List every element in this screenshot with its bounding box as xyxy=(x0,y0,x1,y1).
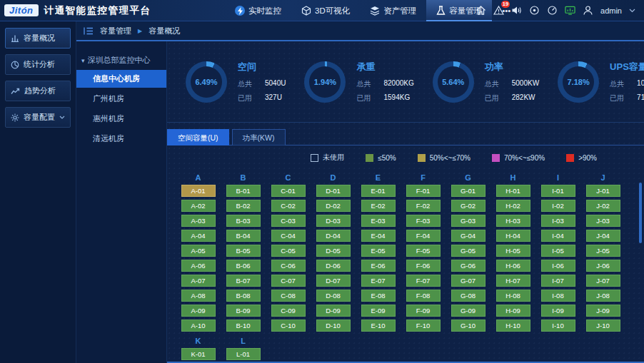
monitor-icon[interactable] xyxy=(565,5,575,16)
nav-item-realtime-monitor[interactable]: 实时监控 xyxy=(225,0,291,21)
vertical-scrollbar[interactable] xyxy=(639,183,642,243)
tree-item-info-center-room[interactable]: 信息中心机房 xyxy=(76,70,166,88)
rack-cell-D-02[interactable]: D-02 xyxy=(316,200,351,212)
rack-cell-J-08[interactable]: J-08 xyxy=(586,290,620,302)
tab-power[interactable]: 功率(KW) xyxy=(232,129,286,145)
rack-cell-F-05[interactable]: F-05 xyxy=(406,245,441,257)
rack-cell-A-09[interactable]: A-09 xyxy=(181,305,216,317)
rack-cell-A-03[interactable]: A-03 xyxy=(181,215,216,227)
sidebar-item-capacity-overview[interactable]: 容量概况 xyxy=(5,28,71,48)
rack-cell-D-06[interactable]: D-06 xyxy=(316,260,351,272)
rack-cell-G-10[interactable]: G-10 xyxy=(451,319,485,332)
rack-cell-E-09[interactable]: E-09 xyxy=(361,305,396,317)
rack-cell-C-08[interactable]: C-08 xyxy=(271,290,306,302)
rack-cell-J-10[interactable]: J-10 xyxy=(586,319,620,332)
rack-cell-G-06[interactable]: G-06 xyxy=(451,260,485,272)
rack-cell-A-10[interactable]: A-10 xyxy=(181,319,216,332)
tree-root-monitor-center[interactable]: ▾ 深圳总部监控中心 xyxy=(76,53,166,68)
rack-cell-D-07[interactable]: D-07 xyxy=(316,275,351,287)
rack-cell-I-02[interactable]: I-02 xyxy=(541,200,575,212)
rack-cell-J-03[interactable]: J-03 xyxy=(586,215,620,227)
rack-cell-B-06[interactable]: B-06 xyxy=(226,260,261,272)
rack-cell-G-08[interactable]: G-08 xyxy=(451,290,485,302)
sidebar-item-trend-analysis[interactable]: 趋势分析 xyxy=(5,81,71,101)
rack-cell-H-09[interactable]: H-09 xyxy=(496,305,530,317)
sidebar-item-statistics-analysis[interactable]: 统计分析 xyxy=(5,54,71,75)
rack-cell-H-04[interactable]: H-04 xyxy=(496,230,530,242)
rack-cell-C-09[interactable]: C-09 xyxy=(271,305,306,317)
rack-cell-B-04[interactable]: B-04 xyxy=(226,230,261,242)
rack-cell-E-04[interactable]: E-04 xyxy=(361,230,396,242)
rack-cell-B-09[interactable]: B-09 xyxy=(226,305,261,317)
rack-cell-D-03[interactable]: D-03 xyxy=(316,215,351,227)
breadcrumb-current[interactable]: 容量概况 xyxy=(149,26,180,36)
rack-cell-G-01[interactable]: G-01 xyxy=(451,185,485,197)
rack-cell-G-03[interactable]: G-03 xyxy=(451,215,485,227)
rack-cell-I-08[interactable]: I-08 xyxy=(541,290,575,302)
rack-cell-G-09[interactable]: G-09 xyxy=(451,305,485,317)
gauge-icon[interactable] xyxy=(547,5,558,16)
rack-cell-B-01[interactable]: B-01 xyxy=(226,185,261,197)
rack-cell-J-01[interactable]: J-01 xyxy=(586,185,620,197)
rack-cell-H-03[interactable]: H-03 xyxy=(496,215,530,227)
alarm-icon[interactable]: 19 xyxy=(493,5,504,16)
rack-cell-D-09[interactable]: D-09 xyxy=(316,305,351,317)
rack-cell-C-03[interactable]: C-03 xyxy=(271,215,306,227)
rack-cell-B-07[interactable]: B-07 xyxy=(226,275,261,287)
rack-cell-B-02[interactable]: B-02 xyxy=(226,200,261,212)
collapse-menu-icon[interactable] xyxy=(84,27,94,35)
rack-cell-G-05[interactable]: G-05 xyxy=(451,245,485,257)
rack-cell-F-08[interactable]: F-08 xyxy=(406,290,441,302)
home-icon[interactable] xyxy=(476,5,486,16)
rack-cell-B-03[interactable]: B-03 xyxy=(226,215,261,227)
sidebar-item-capacity-config[interactable]: 容量配置 xyxy=(5,107,71,128)
rack-cell-C-02[interactable]: C-02 xyxy=(271,200,306,212)
rack-cell-K-01[interactable]: K-01 xyxy=(181,348,216,360)
rack-cell-F-09[interactable]: F-09 xyxy=(406,305,441,317)
rack-cell-F-01[interactable]: F-01 xyxy=(406,185,441,197)
target-icon[interactable] xyxy=(529,5,540,16)
rack-cell-H-07[interactable]: H-07 xyxy=(496,275,530,287)
rack-cell-I-06[interactable]: I-06 xyxy=(541,260,575,272)
chevron-down-icon[interactable] xyxy=(629,9,635,13)
rack-cell-D-10[interactable]: D-10 xyxy=(316,319,351,332)
rack-cell-I-03[interactable]: I-03 xyxy=(541,215,575,227)
rack-cell-I-05[interactable]: I-05 xyxy=(541,245,575,257)
rack-cell-A-02[interactable]: A-02 xyxy=(181,200,216,212)
rack-cell-G-02[interactable]: G-02 xyxy=(451,200,485,212)
rack-cell-J-04[interactable]: J-04 xyxy=(586,230,620,242)
rack-cell-E-05[interactable]: E-05 xyxy=(361,245,396,257)
nav-item-asset-management[interactable]: 资产管理 xyxy=(360,0,426,21)
nav-item-3d-visualization[interactable]: 3D可视化 xyxy=(291,0,360,21)
rack-cell-I-04[interactable]: I-04 xyxy=(541,230,575,242)
rack-cell-B-05[interactable]: B-05 xyxy=(226,245,261,257)
rack-cell-A-06[interactable]: A-06 xyxy=(181,260,216,272)
rack-cell-H-10[interactable]: H-10 xyxy=(496,319,530,332)
rack-cell-J-05[interactable]: J-05 xyxy=(586,245,620,257)
rack-cell-H-06[interactable]: H-06 xyxy=(496,260,530,272)
tab-space-capacity[interactable]: 空间容量(U) xyxy=(167,129,229,145)
tree-item-huizhou-room[interactable]: 惠州机房 xyxy=(76,110,166,128)
rack-cell-E-10[interactable]: E-10 xyxy=(361,319,396,332)
rack-cell-I-07[interactable]: I-07 xyxy=(541,275,575,287)
rack-cell-B-10[interactable]: B-10 xyxy=(226,319,261,332)
rack-cell-A-01[interactable]: A-01 xyxy=(181,185,216,197)
rack-cell-L-01[interactable]: L-01 xyxy=(226,348,261,360)
rack-cell-H-01[interactable]: H-01 xyxy=(496,185,530,197)
rack-cell-A-08[interactable]: A-08 xyxy=(181,290,216,302)
user-icon[interactable] xyxy=(583,5,593,16)
rack-cell-D-01[interactable]: D-01 xyxy=(316,185,351,197)
rack-cell-E-06[interactable]: E-06 xyxy=(361,260,396,272)
rack-cell-E-07[interactable]: E-07 xyxy=(361,275,396,287)
rack-cell-A-04[interactable]: A-04 xyxy=(181,230,216,242)
rack-cell-G-07[interactable]: G-07 xyxy=(451,275,485,287)
breadcrumb-parent[interactable]: 容量管理 xyxy=(100,26,131,36)
rack-cell-A-05[interactable]: A-05 xyxy=(181,245,216,257)
rack-cell-C-07[interactable]: C-07 xyxy=(271,275,306,287)
rack-cell-C-10[interactable]: C-10 xyxy=(271,319,306,332)
rack-cell-I-10[interactable]: I-10 xyxy=(541,319,575,332)
rack-cell-F-07[interactable]: F-07 xyxy=(406,275,441,287)
rack-cell-J-07[interactable]: J-07 xyxy=(586,275,620,287)
rack-cell-F-02[interactable]: F-02 xyxy=(406,200,441,212)
rack-cell-B-08[interactable]: B-08 xyxy=(226,290,261,302)
